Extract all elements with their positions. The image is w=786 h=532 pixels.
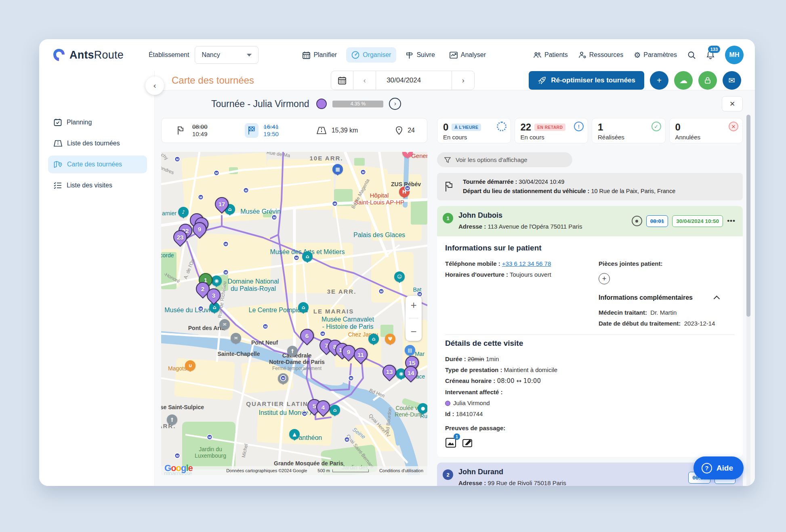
status-card-done: 1 Réalisées ✓: [592, 118, 666, 143]
visit-details-title: Détails de cette visite: [445, 339, 735, 348]
visit-patient-name: John Durand: [458, 468, 592, 476]
visit-number-badge: 1: [443, 213, 453, 223]
panel-scrollbar[interactable]: [746, 115, 750, 486]
sidebar-item-carte-tournees[interactable]: Carte des tournées: [48, 156, 147, 173]
museum-poi-icon[interactable]: ⌂: [330, 405, 340, 415]
patients-icon: [533, 52, 542, 59]
worker-color-dot: [445, 401, 450, 406]
close-icon: ✕: [729, 100, 735, 108]
start-time-stat: 08:0010:49: [174, 123, 208, 138]
phone-link[interactable]: +33 6 12 34 56 78: [502, 260, 551, 267]
visit-card-dubois: 1 John Dubois Adresse : 113 Avenue de l'…: [437, 206, 743, 457]
nav-analyser[interactable]: Analyser: [444, 48, 491, 63]
complementary-info-toggle[interactable]: Informations complémentaires: [599, 294, 720, 301]
add-button[interactable]: +: [650, 71, 668, 90]
map-pin-icon: [54, 160, 62, 168]
calendar-icon: [338, 76, 347, 85]
logo-icon: [52, 48, 66, 62]
date-value[interactable]: 30/04/2024: [376, 71, 452, 90]
notifications-button[interactable]: 133: [706, 50, 715, 59]
metro-icon: M: [198, 306, 204, 312]
map[interactable]: + − Google Données cartographiques ©2024…: [161, 152, 427, 475]
app-window: AntsRoute Établissement Nancy Planifier …: [39, 39, 755, 486]
cloud-sync-button[interactable]: ☁: [674, 71, 693, 90]
metro-icon: M: [223, 269, 229, 275]
status-card-cancelled: 0 Annulées ✕: [669, 118, 743, 143]
bridge-poi-icon[interactable]: ≍: [231, 333, 241, 343]
proof-signature-button[interactable]: [462, 437, 473, 450]
map-terms[interactable]: Conditions d'utilisation: [379, 468, 423, 473]
tour-title: Tournée - Julia Virmond: [211, 99, 309, 109]
nav-planifier[interactable]: Planifier: [297, 48, 342, 63]
person-gear-icon: [578, 51, 586, 59]
metro-icon: M: [348, 375, 354, 381]
establishment-select[interactable]: Nancy: [195, 46, 258, 64]
end-time-stat: 16:4119:50: [245, 123, 279, 138]
church-poi-icon[interactable]: †: [287, 346, 298, 356]
top-navbar: AntsRoute Établissement Nancy Planifier …: [39, 39, 755, 71]
museum-poi-icon[interactable]: ⌂: [368, 334, 379, 344]
pin-icon: [395, 126, 403, 135]
mail-button[interactable]: ✉: [723, 71, 741, 90]
check-icon: ✓: [651, 122, 661, 131]
museum-poi-icon[interactable]: ⌂: [298, 302, 309, 313]
search-icon: [687, 51, 696, 59]
cart-poi-icon[interactable]: ▤: [405, 345, 415, 355]
restaurant-poi-icon[interactable]: Ψ: [385, 334, 395, 344]
signpost-icon: [406, 51, 413, 59]
finish-flag-icon: [247, 126, 256, 135]
antsroute-logo[interactable]: AntsRoute: [52, 48, 124, 62]
zoom-out-button[interactable]: −: [410, 326, 416, 337]
visit-menu-button[interactable]: •••: [727, 217, 736, 225]
nav-organiser[interactable]: Organiser: [346, 47, 396, 63]
camera-poi-icon[interactable]: ◉: [211, 275, 222, 286]
train-poi-icon[interactable]: ▦: [332, 164, 343, 175]
sidebar-item-liste-tournees[interactable]: Liste des tournées: [48, 135, 147, 152]
sidebar-item-liste-visites[interactable]: Liste des visites: [48, 177, 147, 194]
reoptimize-button[interactable]: Ré-optimiser les tournées: [529, 71, 644, 90]
museum-poi-icon[interactable]: ⌂: [302, 251, 313, 262]
music-poi-icon[interactable]: ♪: [178, 207, 189, 217]
google-logo: Google: [164, 463, 193, 473]
date-navigator: ‹ 30/04/2024 ›: [331, 71, 475, 90]
display-options-button[interactable]: Voir les options d'affichage: [437, 152, 572, 167]
stops-stat: 24: [395, 126, 415, 135]
actual-time-chip[interactable]: 30/04/2024 10:50: [672, 215, 723, 227]
next-day-button[interactable]: ›: [452, 71, 475, 90]
metro-icon: M: [360, 169, 366, 175]
metro-icon: M: [320, 331, 326, 337]
lock-button[interactable]: [698, 71, 717, 90]
main-navigation: Planifier Organiser Suivre Analyser: [297, 47, 491, 63]
page-title: Carte des tournées: [172, 75, 254, 86]
close-panel-button[interactable]: ✕: [722, 96, 743, 111]
prev-day-button[interactable]: ‹: [353, 71, 376, 90]
monument-poi-icon[interactable]: ▲: [289, 429, 300, 439]
planned-time-chip[interactable]: 08:01: [646, 215, 668, 227]
next-tour-button[interactable]: ›: [389, 98, 401, 110]
start-flag-icon: [176, 126, 185, 135]
nav-ressources[interactable]: Ressources: [578, 51, 623, 59]
patient-info-title: Informations sur le patient: [445, 244, 735, 252]
church-poi-icon[interactable]: †: [167, 414, 177, 425]
status-summary: 0À L'HEURE En cours 22EN RETARD En cours…: [437, 118, 743, 143]
add-attachment-button[interactable]: +: [599, 273, 610, 284]
proof-photo-button[interactable]: 1: [445, 437, 456, 450]
road-icon: [316, 126, 327, 135]
zoom-in-button[interactable]: +: [410, 300, 416, 310]
avatar[interactable]: MH: [725, 46, 744, 64]
cafe-poi-icon[interactable]: ∪: [185, 360, 195, 371]
calendar-icon: [303, 51, 310, 59]
generic-poi-icon[interactable]: ●: [418, 403, 427, 414]
logo-text: AntsRoute: [69, 49, 124, 61]
nav-suivre[interactable]: Suivre: [400, 48, 440, 63]
sidebar-item-planning[interactable]: Planning: [48, 114, 147, 131]
nav-parametres[interactable]: ⚙ Paramètres: [634, 50, 677, 59]
calendar-button[interactable]: [331, 71, 353, 90]
help-button[interactable]: ? Aide: [694, 456, 744, 479]
spinner-icon: [497, 122, 506, 131]
theater-poi-icon[interactable]: ☺: [394, 271, 405, 282]
metro-icon: M: [263, 324, 269, 330]
bridge-poi-icon[interactable]: ≍: [219, 319, 230, 330]
nav-patients[interactable]: Patients: [533, 51, 568, 59]
search-button[interactable]: [687, 51, 696, 59]
